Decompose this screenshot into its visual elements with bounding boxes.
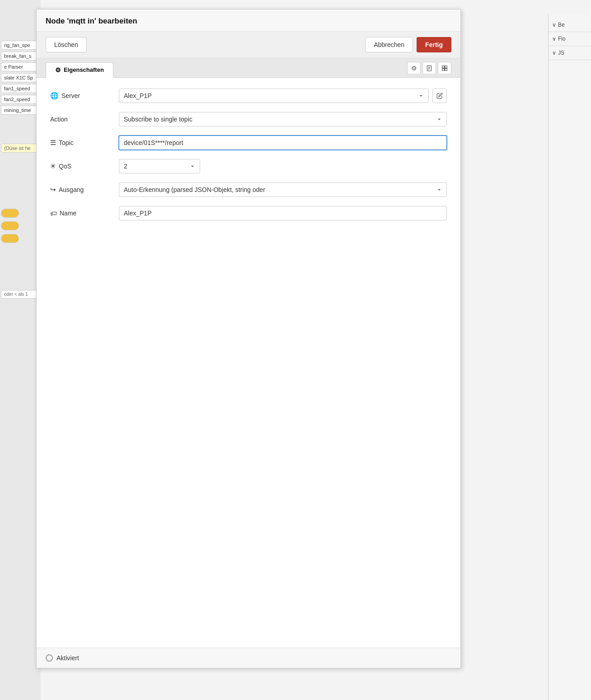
action-select[interactable]: Subscribe to single topic <box>119 112 447 126</box>
right-info-panel: ∨ Be ∨ Flo ∨ JS <box>548 14 591 700</box>
right-section-be-label: Be <box>558 22 565 28</box>
chevron-down-icon-flo: ∨ <box>552 36 556 42</box>
list-icon: ☰ <box>50 139 56 147</box>
delete-button[interactable]: Löschen <box>46 37 87 52</box>
bottom-bar: Aktiviert <box>37 648 460 668</box>
tab-doc-button[interactable] <box>422 62 436 75</box>
dialog: Node 'mqtt in' bearbeiten Löschen Abbrec… <box>36 9 461 668</box>
canvas-label-oder: oder < als 1 <box>1 290 41 299</box>
right-section-be[interactable]: ∨ Be <box>549 18 591 32</box>
toolbar-right: Abbrechen Fertig <box>365 37 451 52</box>
server-row: 🌐 Server Alex_P1P <box>50 89 447 103</box>
done-button[interactable]: Fertig <box>417 37 451 52</box>
server-label: 🌐 Server <box>50 92 113 100</box>
svg-rect-6 <box>442 69 445 71</box>
aktiviert-label[interactable]: Aktiviert <box>46 654 79 662</box>
qos-control-wrap: 2 <box>119 159 447 173</box>
topic-row: ☰ Topic <box>50 135 447 150</box>
svg-rect-4 <box>442 66 445 68</box>
gear-tab-icon: ⚙ <box>55 66 61 74</box>
aktiviert-text: Aktiviert <box>56 654 79 662</box>
topic-label: ☰ Topic <box>50 139 113 147</box>
dialog-header: Node 'mqtt in' bearbeiten <box>37 9 460 32</box>
name-row: 🏷 Name <box>50 206 447 220</box>
yellow-node-3 <box>1 234 19 243</box>
chevron-down-icon-js: ∨ <box>552 50 556 56</box>
server-select[interactable]: Alex_P1P <box>119 89 429 103</box>
right-section-js[interactable]: ∨ JS <box>549 46 591 60</box>
qos-row: ✳ QoS 2 <box>50 159 447 173</box>
topic-control-wrap <box>119 135 447 150</box>
chevron-down-icon-be: ∨ <box>552 22 556 28</box>
output-select[interactable]: Auto-Erkennung (parsed JSON-Objekt, stri… <box>119 182 447 197</box>
right-section-flo[interactable]: ∨ Flo <box>549 32 591 46</box>
right-section-js-label: JS <box>558 50 564 56</box>
svg-rect-5 <box>445 66 447 68</box>
asterisk-icon: ✳ <box>50 162 56 170</box>
tabs-left: ⚙ Eigenschaften <box>46 62 407 77</box>
node-duse: (Düse ist he <box>1 144 41 153</box>
qos-select[interactable]: 2 <box>119 159 200 173</box>
dialog-toolbar: Löschen Abbrechen Fertig <box>37 32 460 58</box>
form-area: 🌐 Server Alex_P1P Action <box>37 78 460 240</box>
node-parser: e Parser <box>1 62 41 71</box>
node-fan1: fan1_speed <box>1 84 41 93</box>
yellow-node-2 <box>1 221 19 230</box>
output-row: ↪ Ausgang Auto-Erkennung (parsed JSON-Ob… <box>50 182 447 197</box>
left-nodes-panel: ng_fan_spe break_fan_s e Parser slate X1… <box>0 0 41 700</box>
server-control-wrap: Alex_P1P <box>119 89 447 103</box>
name-label: 🏷 Name <box>50 210 113 217</box>
node-mining: mining_time <box>1 106 41 115</box>
right-section-flo-label: Flo <box>558 36 566 42</box>
output-control-wrap: Auto-Erkennung (parsed JSON-Objekt, stri… <box>119 182 447 197</box>
tab-gear-button[interactable]: ⚙ <box>407 62 421 75</box>
qos-label: ✳ QoS <box>50 162 113 170</box>
tab-properties-label: Eigenschaften <box>64 66 104 73</box>
tab-action-icons: ⚙ <box>407 62 451 77</box>
node-break-fan: break_fan_s <box>1 51 41 61</box>
action-row: Action Subscribe to single topic <box>50 112 447 126</box>
node-ng-fan-speed: ng_fan_spe <box>1 41 41 50</box>
globe-icon: 🌐 <box>50 92 59 100</box>
action-control-wrap: Subscribe to single topic <box>119 112 447 126</box>
server-edit-button[interactable] <box>432 89 447 103</box>
yellow-node-1 <box>1 209 19 218</box>
node-slate: slate X1C Sp <box>1 73 41 82</box>
svg-rect-7 <box>445 69 447 71</box>
tab-layout-button[interactable] <box>438 62 451 75</box>
export-icon: ↪ <box>50 186 56 194</box>
aktiviert-radio[interactable] <box>46 654 53 662</box>
output-label: ↪ Ausgang <box>50 186 113 194</box>
topic-input[interactable] <box>119 135 447 150</box>
cancel-button[interactable]: Abbrechen <box>365 37 413 52</box>
dialog-title: Node 'mqtt in' bearbeiten <box>46 17 137 25</box>
action-label: Action <box>50 116 113 123</box>
toolbar-left: Löschen <box>46 37 87 52</box>
tabs-row: ⚙ Eigenschaften ⚙ <box>37 58 460 78</box>
name-control-wrap <box>119 206 447 220</box>
tag-icon: 🏷 <box>50 210 57 217</box>
tab-properties[interactable]: ⚙ Eigenschaften <box>46 62 113 78</box>
name-input[interactable] <box>119 206 447 220</box>
node-fan2: fan2_speed <box>1 95 41 104</box>
